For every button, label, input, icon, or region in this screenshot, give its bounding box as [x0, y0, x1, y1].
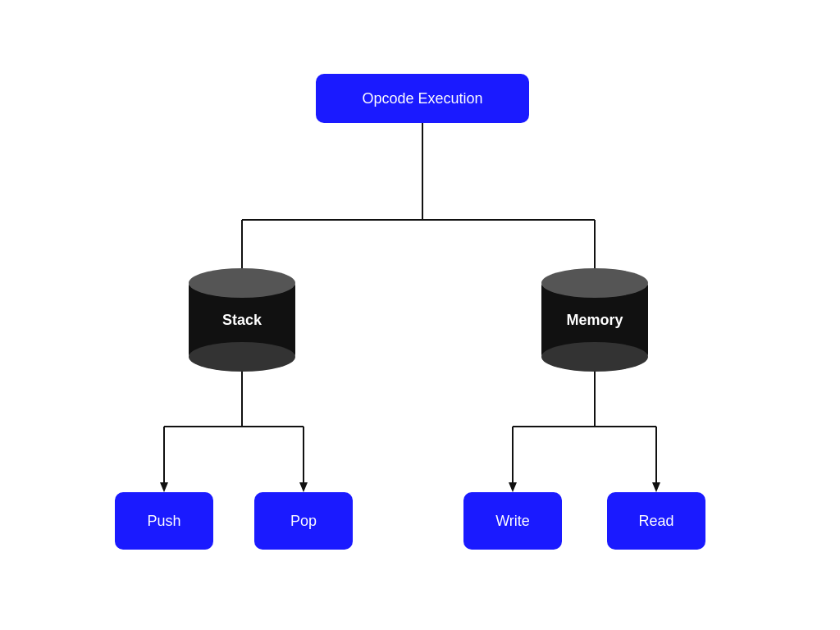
opcode-label: Opcode Execution — [362, 90, 482, 107]
pop-node: Pop — [254, 492, 353, 550]
diagram: Opcode Execution Stack Memory Push Pop W… — [0, 0, 840, 630]
svg-marker-13 — [299, 482, 308, 492]
memory-node: Memory — [541, 283, 648, 357]
memory-label: Memory — [566, 312, 623, 329]
stack-label: Stack — [222, 312, 262, 329]
write-label: Write — [495, 513, 530, 530]
read-label: Read — [638, 513, 673, 530]
pop-label: Pop — [290, 513, 317, 530]
write-node: Write — [463, 492, 562, 550]
push-label: Push — [147, 513, 180, 530]
svg-marker-18 — [509, 482, 517, 492]
push-node: Push — [115, 492, 213, 550]
opcode-execution-node: Opcode Execution — [316, 74, 529, 123]
svg-marker-11 — [160, 482, 168, 492]
svg-marker-20 — [652, 482, 660, 492]
stack-node: Stack — [189, 283, 295, 357]
read-node: Read — [607, 492, 705, 550]
